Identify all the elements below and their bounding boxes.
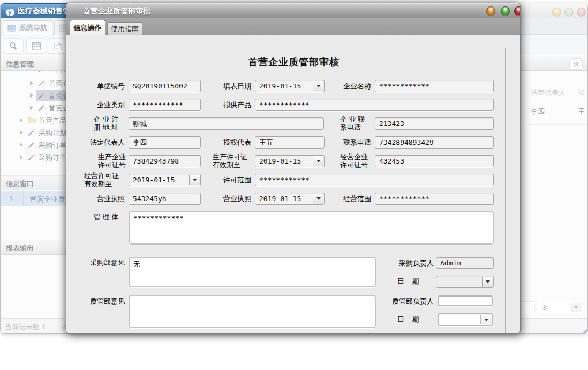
- wand-icon: [28, 141, 36, 149]
- expand-arrow-icon[interactable]: [30, 106, 33, 110]
- prod-license-exp-label: 生产许可证 有效期至: [213, 153, 250, 169]
- dropdown-button[interactable]: [480, 315, 491, 324]
- dropdown-button[interactable]: [313, 194, 323, 204]
- panel-info-mgmt-title: 信息管理: [6, 60, 34, 69]
- minimize-button[interactable]: [552, 8, 561, 17]
- wand-icon: [38, 71, 46, 73]
- doc-no-field[interactable]: SQ20190115002: [129, 80, 201, 92]
- maximize-button[interactable]: [564, 8, 574, 17]
- chevron-down-icon: [484, 319, 488, 321]
- page-size-value: 3: [542, 304, 546, 312]
- expand-arrow-icon[interactable]: [20, 155, 23, 159]
- doc-no-label: 单据编号: [82, 82, 125, 90]
- wand-icon: [28, 153, 36, 161]
- table-cell-auth-rep[interactable]: 王: [578, 107, 585, 116]
- products-label: 拟供产品: [209, 101, 251, 109]
- company-type-label: 企业类别: [82, 101, 125, 109]
- reg-address-field[interactable]: 聊城: [129, 117, 324, 130]
- corp-tel-label: 企 业 联 系电话: [340, 115, 373, 131]
- expand-arrow-icon[interactable]: [30, 93, 33, 98]
- products-field[interactable]: ************: [255, 99, 494, 111]
- tree-item-label: 采购订单: [39, 153, 66, 162]
- nav-square-icon: [7, 25, 16, 32]
- table-divider: [527, 124, 588, 125]
- dialog-close-button[interactable]: [514, 6, 521, 16]
- dropdown-button[interactable]: [313, 156, 323, 166]
- purchase-date-select[interactable]: [436, 276, 494, 288]
- close-button[interactable]: [577, 8, 586, 17]
- contact-tel-label: 联系电话: [329, 138, 371, 146]
- resize-grip[interactable]: [582, 328, 588, 334]
- chevron-down-icon: [316, 197, 321, 200]
- biz-scope-field[interactable]: ************: [375, 193, 494, 205]
- expand-arrow-icon[interactable]: [30, 81, 33, 85]
- prod-license-exp-value: 2019-01-15: [259, 157, 301, 165]
- dropdown-button[interactable]: [482, 277, 493, 287]
- auth-rep-field[interactable]: 王五: [255, 136, 325, 149]
- app-logo-icon: y: [5, 8, 16, 16]
- chevron-double-up-icon: [573, 62, 579, 67]
- list-view-button[interactable]: [26, 38, 46, 54]
- wand-icon: [38, 104, 46, 112]
- dialog-minimize-button[interactable]: [486, 6, 495, 16]
- tree-item-label: 首营产品: [39, 116, 66, 125]
- table-icon: [32, 42, 41, 50]
- biz-scope-label: 经营范围: [329, 195, 371, 203]
- tab-info-operation[interactable]: 信息操作: [70, 20, 105, 35]
- fill-date-select[interactable]: 2019-01-15: [255, 80, 325, 92]
- dropdown-button[interactable]: [313, 81, 323, 91]
- tab-system-nav[interactable]: 系统导航: [3, 20, 52, 35]
- dialog-maximize-button[interactable]: [501, 6, 510, 16]
- dropdown-button[interactable]: [189, 175, 200, 185]
- prod-license-exp-select[interactable]: 2019-01-15: [255, 155, 325, 167]
- license-scope-field[interactable]: ************: [255, 174, 494, 186]
- table-cell-legal-rep[interactable]: 李四: [531, 107, 545, 116]
- legal-rep-label: 法定代表人: [82, 138, 125, 146]
- qc-opinion-textarea[interactable]: [129, 295, 376, 328]
- company-name-field[interactable]: ************: [375, 80, 494, 92]
- expand-arrow-icon[interactable]: [30, 71, 33, 71]
- search-icon: [9, 41, 19, 51]
- panel-report-title: 报表输出: [6, 243, 34, 253]
- prod-license-no-label: 生产企业 许可证号: [98, 153, 128, 169]
- document-icon: [54, 41, 62, 51]
- chevron-down-icon: [193, 179, 197, 181]
- purchase-head-field[interactable]: Admin: [436, 257, 494, 269]
- expand-arrow-icon[interactable]: [20, 130, 23, 135]
- biz-license-no-field[interactable]: 432453: [375, 155, 494, 167]
- business-license-date-select[interactable]: 2019-01-15: [255, 193, 325, 205]
- chevron-down-icon: [316, 85, 321, 87]
- fill-date-label: 填表日期: [209, 82, 251, 90]
- qc-head-field[interactable]: [438, 295, 493, 306]
- table-divider: [527, 102, 588, 102]
- business-license-date-label: 营业执照: [209, 195, 251, 203]
- legal-rep-field[interactable]: 李四: [129, 136, 201, 149]
- tab-system-nav-label: 系统导航: [19, 23, 47, 33]
- auth-rep-label: 授权代表: [209, 138, 251, 146]
- dialog-titlebar[interactable]: 首营企业质管部审批: [66, 3, 520, 18]
- column-header-legal-rep: 法定代表人: [531, 88, 566, 98]
- page-size-select[interactable]: 3: [537, 301, 584, 314]
- folder-icon: [28, 116, 36, 123]
- prod-license-no-field[interactable]: 73842943798: [129, 155, 201, 167]
- form-panel: 首营企业质管部审核 单据编号 SQ20190115002 填表日期 2019-0…: [82, 48, 506, 334]
- mgmt-system-textarea[interactable]: ************: [129, 211, 494, 245]
- expand-arrow-icon[interactable]: [20, 118, 23, 122]
- purchase-opinion-label: 采购部意见: [82, 258, 125, 267]
- collapse-panel-button[interactable]: [569, 58, 583, 70]
- business-license-date-value: 2019-01-15: [259, 195, 301, 203]
- biz-license-exp-select[interactable]: 2019-01-15: [129, 174, 201, 186]
- document-button[interactable]: [48, 38, 67, 54]
- expand-arrow-icon[interactable]: [20, 143, 23, 147]
- tab-user-guide[interactable]: 使用指南: [107, 22, 142, 35]
- purchase-opinion-textarea[interactable]: 无: [129, 257, 376, 287]
- corp-tel-field[interactable]: 213423: [375, 117, 494, 130]
- qc-opinion-label: 质管部意见: [82, 297, 125, 305]
- business-license-field[interactable]: 543245yh: [129, 193, 201, 205]
- contact-tel-field[interactable]: 7342894893429: [375, 136, 494, 149]
- qc-date-select[interactable]: [438, 313, 493, 326]
- pager-dropdown-button[interactable]: [570, 303, 582, 312]
- purchase-date-label: 日 期: [397, 277, 429, 285]
- company-type-field[interactable]: ************: [129, 99, 201, 111]
- search-button[interactable]: [4, 38, 24, 54]
